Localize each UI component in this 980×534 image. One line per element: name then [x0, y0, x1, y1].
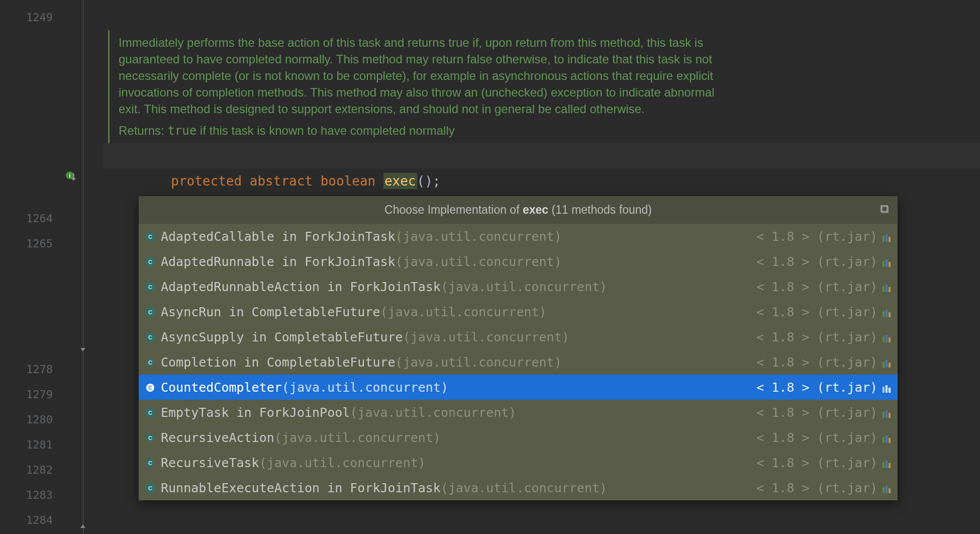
svg-rect-42 [886, 385, 888, 393]
version-label: < 1.8 > (rt.jar) [756, 280, 877, 294]
svg-rect-37 [886, 360, 888, 368]
package-label: (java.util.concurrent) [403, 330, 569, 344]
svg-rect-27 [889, 312, 891, 317]
implementation-item[interactable]: CAdaptedRunnableAction in ForkJoinTask (… [139, 274, 898, 299]
class-icon: C [145, 306, 156, 317]
library-icon [881, 483, 892, 493]
svg-text:C: C [148, 309, 152, 315]
package-label: (java.util.concurrent) [396, 355, 562, 370]
svg-rect-38 [889, 363, 891, 368]
class-name: AdaptedCallable in ForkJoinTask [161, 229, 396, 244]
package-label: (java.util.concurrent) [274, 430, 441, 445]
line-number [0, 55, 53, 80]
fold-gutter [63, 0, 103, 534]
version-label: < 1.8 > (rt.jar) [756, 430, 877, 445]
implementation-item[interactable]: CAsyncSupply in CompletableFuture (java.… [139, 324, 898, 349]
method-declaration-line[interactable]: protected abstract boolean exec(); [103, 143, 980, 168]
line-number: 1281 [0, 432, 53, 458]
svg-rect-8 [886, 234, 888, 242]
line-number [0, 106, 53, 131]
svg-rect-7 [883, 236, 885, 242]
package-label: (java.util.concurrent) [441, 481, 607, 495]
line-number-gutter: 1249126412651278127912801281128212831284… [0, 0, 63, 534]
method-name-exec[interactable]: exec [383, 173, 417, 189]
popup-title: Choose Implementation of exec (11 method… [139, 196, 898, 224]
fold-marker-icon[interactable] [79, 346, 86, 354]
line-number [0, 30, 53, 55]
library-icon [881, 407, 892, 417]
implementation-item[interactable]: CAdaptedCallable in ForkJoinTask (java.u… [139, 224, 898, 249]
implementation-item[interactable]: CAsyncRun in CompletableFuture (java.uti… [139, 299, 898, 324]
version-label: < 1.8 > (rt.jar) [756, 305, 877, 319]
svg-rect-43 [889, 388, 891, 393]
svg-rect-32 [886, 335, 888, 342]
package-label: (java.util.concurrent) [350, 405, 516, 420]
line-number: 1249 [0, 5, 53, 30]
class-name: CountedCompleter [161, 380, 282, 395]
svg-rect-36 [883, 362, 885, 368]
line-number [0, 332, 53, 357]
line-number: 1283 [0, 483, 53, 508]
svg-rect-19 [883, 286, 885, 292]
svg-rect-26 [886, 310, 888, 317]
implementation-item[interactable]: CRunnableExecuteAction in ForkJoinTask (… [139, 475, 898, 500]
package-label: (java.util.concurrent) [396, 229, 562, 244]
version-label: < 1.8 > (rt.jar) [756, 380, 877, 395]
svg-text:C: C [148, 410, 152, 416]
line-number: 1282 [0, 458, 53, 483]
overriding-method-gutter-icon[interactable]: i [65, 171, 76, 184]
implementation-item[interactable]: CEmptyTask in ForkJoinPool (java.util.co… [139, 400, 898, 425]
svg-text:C: C [148, 360, 152, 366]
line-number [0, 80, 53, 106]
svg-rect-48 [886, 410, 888, 418]
svg-rect-64 [886, 486, 888, 493]
svg-rect-52 [883, 437, 885, 443]
svg-rect-20 [886, 285, 888, 292]
implementation-item[interactable]: CCountedCompleter (java.util.concurrent)… [139, 375, 898, 400]
version-label: < 1.8 > (rt.jar) [756, 456, 877, 470]
class-icon: C [145, 281, 156, 292]
svg-rect-31 [883, 336, 885, 342]
svg-rect-25 [883, 311, 885, 317]
package-label: (java.util.concurrent) [380, 305, 547, 319]
package-label: (java.util.concurrent) [441, 280, 607, 294]
svg-rect-41 [883, 387, 885, 393]
version-label: < 1.8 > (rt.jar) [756, 330, 877, 344]
implementation-item[interactable]: CRecursiveTask (java.util.concurrent)< 1… [139, 450, 898, 475]
class-name: AsyncRun in CompletableFuture [161, 305, 380, 319]
svg-text:C: C [148, 385, 152, 391]
svg-text:C: C [148, 435, 152, 441]
svg-text:i: i [69, 172, 70, 179]
package-label: (java.util.concurrent) [282, 380, 448, 395]
class-name: EmptyTask in ForkJoinPool [161, 405, 350, 420]
library-icon [881, 256, 892, 266]
fold-marker-icon[interactable] [79, 523, 86, 531]
svg-text:C: C [148, 334, 152, 340]
line-number [0, 256, 53, 282]
class-icon: C [145, 432, 156, 443]
class-name: RecursiveTask [161, 456, 259, 470]
pin-icon[interactable] [880, 203, 890, 217]
class-icon: C [145, 256, 156, 267]
version-label: < 1.8 > (rt.jar) [756, 405, 877, 420]
class-name: AsyncSupply in CompletableFuture [161, 330, 403, 344]
class-name: RecursiveAction [161, 430, 274, 445]
line-number: 1284 [0, 508, 53, 533]
implementation-item[interactable]: CAdaptedRunnable in ForkJoinTask (java.u… [139, 249, 898, 274]
library-icon [881, 432, 892, 442]
library-icon [881, 231, 892, 241]
svg-rect-53 [886, 435, 888, 443]
class-name: Completion in CompletableFuture [161, 355, 396, 370]
package-label: (java.util.concurrent) [259, 456, 426, 470]
javadoc-block: Immediately performs the base action of … [108, 30, 741, 143]
implementation-item[interactable]: CRecursiveAction (java.util.concurrent)<… [139, 425, 898, 450]
package-label: (java.util.concurrent) [396, 254, 562, 269]
line-number: 1264 [0, 206, 53, 231]
implementation-list: CAdaptedCallable in ForkJoinTask (java.u… [139, 224, 898, 500]
implementation-item[interactable]: CCompletion in CompletableFuture (java.u… [139, 349, 898, 375]
line-number [0, 131, 53, 156]
line-number [0, 307, 53, 332]
svg-rect-63 [883, 487, 885, 493]
svg-text:C: C [148, 284, 152, 290]
library-icon [881, 282, 892, 292]
